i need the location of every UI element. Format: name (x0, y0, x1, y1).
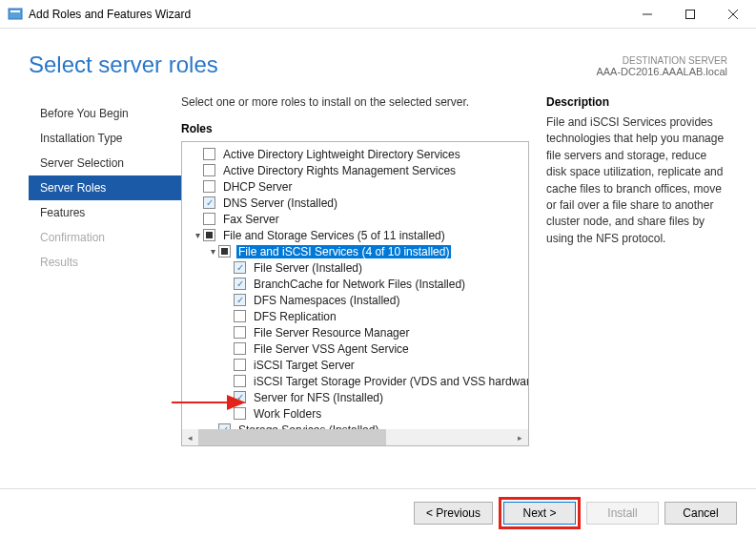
install-button[interactable]: Install (586, 502, 659, 525)
titlebar: Add Roles and Features Wizard (0, 0, 756, 29)
tree-row[interactable]: DFS Replication (182, 308, 528, 324)
tree-row[interactable]: iSCSI Target Storage Provider (VDS and V… (182, 373, 528, 389)
tree-row[interactable]: Fax Server (182, 211, 528, 227)
tree-row[interactable]: Server for NFS (Installed) (182, 389, 528, 405)
horizontal-scrollbar[interactable]: ◂ ▸ (182, 429, 528, 445)
wizard-footer: < Previous Next > Install Cancel (0, 488, 756, 536)
next-button-highlight: Next > (499, 497, 581, 529)
nav-item-before-you-begin[interactable]: Before You Begin (29, 101, 181, 126)
page-title: Select server roles (29, 52, 596, 78)
description-label: Description (546, 95, 727, 109)
role-checkbox[interactable] (234, 310, 246, 322)
nav-item-installation-type[interactable]: Installation Type (29, 126, 181, 151)
role-checkbox[interactable] (234, 407, 246, 420)
role-label[interactable]: File Server VSS Agent Service (252, 342, 411, 356)
role-label[interactable]: DFS Namespaces (Installed) (252, 294, 401, 307)
role-label[interactable]: Active Directory Lightweight Directory S… (221, 148, 462, 161)
role-checkbox[interactable] (203, 213, 215, 225)
tree-row[interactable]: DHCP Server (182, 178, 528, 195)
role-label[interactable]: File and Storage Services (5 of 11 insta… (221, 229, 447, 242)
role-checkbox[interactable] (234, 342, 246, 355)
wizard-icon (8, 7, 23, 22)
role-checkbox[interactable] (203, 148, 215, 160)
tree-row[interactable]: Storage Services (Installed) (182, 422, 528, 429)
role-label[interactable]: Server for NFS (Installed) (252, 391, 385, 404)
tree-row[interactable]: DFS Namespaces (Installed) (182, 292, 528, 308)
role-checkbox[interactable] (234, 261, 246, 274)
svg-rect-0 (9, 9, 22, 19)
tree-row[interactable]: File Server (Installed) (182, 259, 528, 276)
role-label[interactable]: iSCSI Target Storage Provider (VDS and V… (252, 375, 528, 388)
role-label[interactable]: DNS Server (Installed) (221, 196, 339, 210)
tree-row[interactable]: ▾File and iSCSI Services (4 of 10 instal… (182, 243, 528, 259)
close-button[interactable] (711, 1, 754, 28)
role-checkbox[interactable] (203, 164, 215, 176)
nav-item-server-selection[interactable]: Server Selection (29, 151, 181, 175)
instruction-text: Select one or more roles to install on t… (181, 95, 529, 109)
role-label[interactable]: DFS Replication (252, 310, 338, 323)
tree-row[interactable]: BranchCache for Network Files (Installed… (182, 276, 528, 292)
role-checkbox[interactable] (234, 375, 246, 387)
tree-row[interactable]: File Server VSS Agent Service (182, 340, 528, 357)
destination-label: DESTINATION SERVER (596, 55, 727, 66)
wizard-nav: Before You BeginInstallation TypeServer … (29, 95, 181, 486)
svg-rect-1 (10, 10, 20, 12)
scrollbar-thumb[interactable] (198, 429, 386, 445)
role-label[interactable]: File and iSCSI Services (4 of 10 install… (236, 245, 451, 258)
role-checkbox[interactable] (234, 326, 246, 339)
wizard-header: Select server roles DESTINATION SERVER A… (0, 29, 756, 95)
role-label[interactable]: Active Directory Rights Management Servi… (221, 164, 458, 177)
scroll-right-button[interactable]: ▸ (512, 429, 528, 445)
role-checkbox[interactable] (234, 391, 246, 403)
role-label[interactable]: File Server (Installed) (252, 261, 364, 275)
role-checkbox[interactable] (203, 229, 215, 241)
role-checkbox[interactable] (234, 294, 246, 306)
role-label[interactable]: Fax Server (221, 213, 281, 226)
expand-collapse-icon[interactable]: ▾ (207, 246, 218, 257)
window-title: Add Roles and Features Wizard (29, 8, 625, 21)
role-label[interactable]: iSCSI Target Server (252, 359, 357, 372)
next-button[interactable]: Next > (503, 502, 576, 525)
description-text: File and iSCSI Services provides technol… (546, 114, 727, 247)
nav-item-server-roles[interactable]: Server Roles (29, 175, 181, 200)
tree-row[interactable]: iSCSI Target Server (182, 357, 528, 373)
tree-row[interactable]: Work Folders (182, 405, 528, 422)
role-checkbox[interactable] (218, 245, 231, 258)
previous-button[interactable]: < Previous (414, 502, 493, 525)
tree-row[interactable]: ▾File and Storage Services (5 of 11 inst… (182, 227, 528, 243)
nav-item-results: Results (29, 250, 181, 275)
role-checkbox[interactable] (234, 359, 246, 371)
scroll-left-button[interactable]: ◂ (182, 429, 198, 445)
destination-server: AAA-DC2016.AAALAB.local (596, 66, 727, 77)
tree-row[interactable]: DNS Server (Installed) (182, 195, 528, 211)
role-checkbox[interactable] (203, 180, 215, 193)
cancel-button[interactable]: Cancel (664, 502, 737, 525)
nav-item-features[interactable]: Features (29, 200, 181, 225)
role-checkbox[interactable] (203, 196, 215, 209)
role-label[interactable]: Work Folders (252, 407, 323, 421)
svg-rect-3 (685, 10, 694, 18)
nav-item-confirmation: Confirmation (29, 225, 181, 250)
role-label[interactable]: File Server Resource Manager (252, 326, 411, 340)
roles-tree: Active Directory Lightweight Directory S… (181, 141, 529, 446)
minimize-button[interactable] (625, 1, 668, 28)
tree-row[interactable]: Active Directory Lightweight Directory S… (182, 146, 528, 162)
maximize-button[interactable] (668, 1, 711, 28)
roles-label: Roles (181, 122, 529, 135)
destination-info: DESTINATION SERVER AAA-DC2016.AAALAB.loc… (596, 55, 727, 78)
role-label[interactable]: BranchCache for Network Files (Installed… (252, 278, 467, 291)
expand-collapse-icon[interactable]: ▾ (192, 230, 203, 240)
role-label[interactable]: DHCP Server (221, 180, 294, 194)
tree-row[interactable]: Active Directory Rights Management Servi… (182, 162, 528, 178)
role-checkbox[interactable] (234, 278, 246, 290)
tree-row[interactable]: File Server Resource Manager (182, 324, 528, 340)
